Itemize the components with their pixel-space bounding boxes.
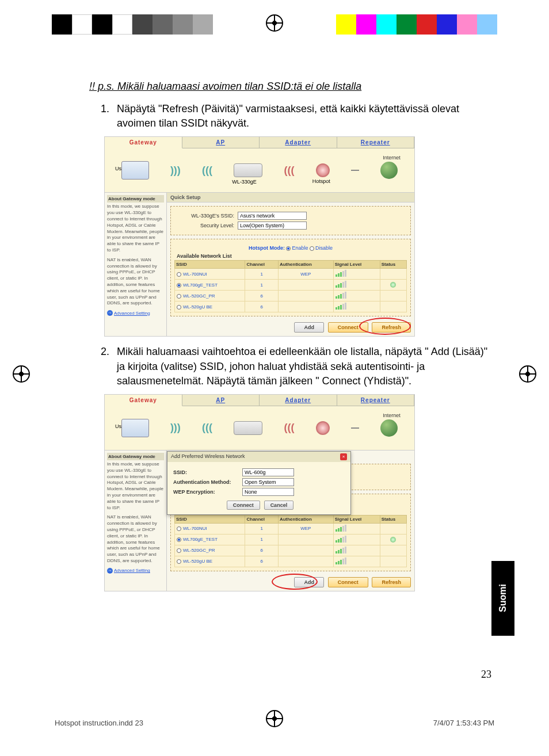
add-button[interactable]: Add <box>294 577 324 587</box>
row-radio[interactable] <box>177 272 181 277</box>
security-select[interactable] <box>238 222 307 230</box>
signal-bars-icon <box>336 558 346 564</box>
connect-button[interactable]: Connect <box>328 322 368 333</box>
tab-ap[interactable]: AP <box>182 395 260 406</box>
step-text: Näpäytä "Refresh (Päivitä)" varmistaakse… <box>117 102 492 131</box>
table-row[interactable]: WL-520GC_PR6 <box>175 545 407 556</box>
dialog-title: Add Preferred Wireless Network <box>171 453 245 460</box>
sidebar-text: NAT is enabled, WAN connection is allowe… <box>107 257 164 307</box>
sidebar-text: In this mode, we suppose you use WL-330g… <box>107 204 164 253</box>
print-footer: Hotspot instruction.indd 23 7/4/07 1:53:… <box>55 719 494 727</box>
signal-bars-icon <box>336 303 346 310</box>
wifi-waves-icon: ((( <box>284 165 295 177</box>
refresh-button[interactable]: Refresh <box>372 577 411 587</box>
tab-gateway[interactable]: Gateway <box>105 137 182 148</box>
radio-enable[interactable] <box>286 246 291 251</box>
hotspot-icon: Hotspot <box>316 163 330 177</box>
topology-illustration: User ))) ((( WL-330gE ((( Hotspot Intern… <box>105 148 414 192</box>
security-field-label: Security Level: <box>174 223 238 228</box>
ps-note: !! p.s. Mikäli haluamaasi avoimen tilan … <box>89 81 492 93</box>
dialog-auth-select[interactable] <box>242 478 294 486</box>
dialog-wep-select[interactable] <box>242 488 294 496</box>
router-icon: WL-330gE <box>234 163 262 177</box>
dialog-cancel-button[interactable]: Cancel <box>264 501 294 510</box>
tab-gateway[interactable]: Gateway <box>105 395 182 406</box>
ssid-field-label: WL-330gE's SSID: <box>174 213 238 219</box>
step-num: 1. <box>101 102 117 131</box>
wifi-waves-icon: ))) <box>170 165 181 177</box>
ssid-input[interactable] <box>238 212 307 220</box>
dialog-auth-label: Authentication Method: <box>173 479 242 485</box>
network-table: SSID Channel Authentication Signal Level… <box>174 515 407 567</box>
row-radio[interactable] <box>177 559 181 564</box>
row-radio[interactable] <box>177 526 181 531</box>
signal-bars-icon <box>336 292 346 299</box>
router-config-screenshot-2: Gateway AP Adapter Repeater User ))) (((… <box>104 394 415 591</box>
router-config-screenshot-1: Gateway AP Adapter Repeater User ))) (((… <box>104 136 415 337</box>
sidebar-text: In this mode, we suppose you use WL-330g… <box>107 461 164 511</box>
registration-mark-icon <box>519 365 536 383</box>
step-1: 1. Näpäytä "Refresh (Päivitä)" varmistaa… <box>101 102 492 131</box>
wifi-waves-icon: ((( <box>202 422 212 434</box>
sidebar-title: About Gateway mode <box>107 453 164 460</box>
table-row[interactable]: WL700gE_TEST1 <box>175 280 407 291</box>
tab-ap[interactable]: AP <box>182 137 260 148</box>
close-icon[interactable]: × <box>340 453 347 460</box>
wifi-waves-icon: ))) <box>170 422 181 434</box>
status-ok-icon <box>390 537 396 543</box>
row-radio[interactable] <box>177 283 181 288</box>
signal-bars-icon <box>336 547 346 553</box>
row-radio[interactable] <box>177 537 181 542</box>
table-row[interactable]: WL-520gU BE6 <box>175 301 407 312</box>
tab-repeater[interactable]: Repeater <box>337 395 415 406</box>
sidebar-text: NAT is enabled, WAN connection is allowe… <box>107 514 164 564</box>
quick-setup-title: Quick Setup <box>167 193 414 203</box>
footer-timestamp: 7/4/07 1:53:43 PM <box>433 719 494 727</box>
language-tab: Suomi <box>491 561 514 636</box>
signal-bars-icon <box>336 536 346 543</box>
available-network-title: Available Network List <box>177 253 407 259</box>
footer-filename: Hotspot instruction.indd 23 <box>55 719 143 727</box>
wifi-waves-icon: ((( <box>202 165 212 177</box>
table-row[interactable]: WL-520GC_PR6 <box>175 291 407 301</box>
topology-illustration: User ))) ((( ((( Internet <box>105 406 414 450</box>
row-radio[interactable] <box>177 548 181 553</box>
page-number: 23 <box>481 669 491 681</box>
globe-icon: Internet <box>380 162 398 179</box>
step-2: 2. Mikäli haluamaasi vaihtoehtoa ei edel… <box>101 345 492 388</box>
add-button[interactable]: Add <box>294 322 324 333</box>
table-row[interactable]: WL700gE_TEST1 <box>175 534 407 545</box>
network-table: SSID Channel Authentication Signal Level… <box>174 260 407 312</box>
table-row[interactable]: WL-520gU BE6 <box>175 556 407 567</box>
radio-disable[interactable] <box>310 246 314 251</box>
table-row[interactable]: WL-700NUI1WEP <box>175 523 407 534</box>
dialog-ssid-label: SSID: <box>173 469 242 475</box>
add-network-dialog: Add Preferred Wireless Network × SSID: A… <box>167 451 351 515</box>
registration-mark-icon <box>13 365 30 383</box>
row-radio[interactable] <box>177 305 181 310</box>
sidebar-about: About Gateway mode In this mode, we supp… <box>105 450 167 591</box>
tab-adapter[interactable]: Adapter <box>260 395 337 406</box>
advanced-setting-link[interactable]: Advanced Setting <box>107 568 150 574</box>
tab-adapter[interactable]: Adapter <box>260 137 337 148</box>
button-row: Add Connect Refresh <box>167 575 414 591</box>
button-row: Add Connect Refresh <box>167 320 414 336</box>
registration-mark-icon <box>266 14 283 32</box>
step-num: 2. <box>101 345 117 388</box>
row-radio[interactable] <box>177 294 181 299</box>
laptop-icon <box>121 161 149 180</box>
advanced-setting-link[interactable]: Advanced Setting <box>107 310 150 316</box>
table-row[interactable]: WL-700NUI1WEP <box>175 269 407 280</box>
tab-repeater[interactable]: Repeater <box>337 137 415 148</box>
dialog-connect-button[interactable]: Connect <box>227 501 260 510</box>
connect-button[interactable]: Connect <box>328 577 368 587</box>
dialog-ssid-input[interactable] <box>242 468 294 476</box>
hotspot-mode-row: Hotspot Mode: Enable Disable <box>174 245 407 251</box>
status-ok-icon <box>390 282 396 288</box>
hotspot-icon <box>316 421 330 435</box>
dialog-wep-label: WEP Encryption: <box>173 489 242 495</box>
refresh-button[interactable]: Refresh <box>372 322 411 333</box>
signal-bars-icon <box>336 525 346 532</box>
sidebar-about: About Gateway mode In this mode, we supp… <box>105 193 167 336</box>
signal-bars-icon <box>336 270 346 277</box>
